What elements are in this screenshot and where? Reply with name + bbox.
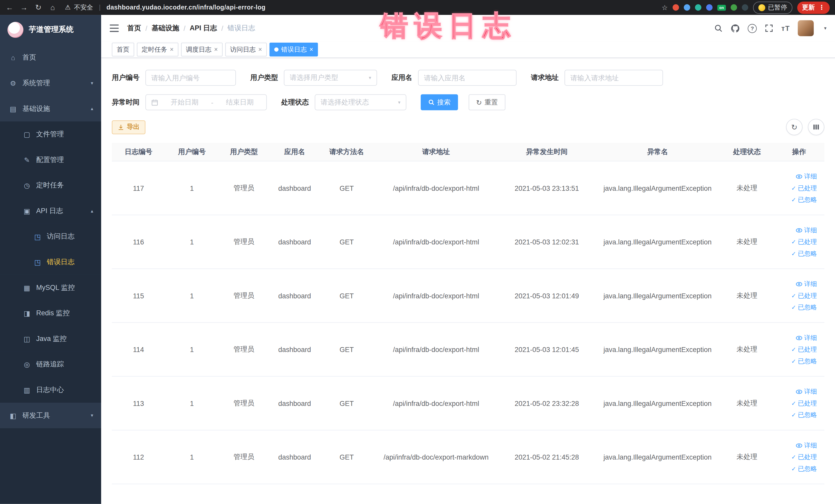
processed-link[interactable]: ✓已处理 [791, 182, 817, 194]
table-toolbar: 导出 ↻ [112, 119, 824, 135]
ignore-link[interactable]: ✓已忽略 [791, 463, 817, 475]
tab-首页[interactable]: 首页 [112, 43, 134, 57]
address-bar-url[interactable]: dashboard.yudao.iocoder.cn/infra/log/api… [106, 4, 266, 11]
sidebar-item-access-log[interactable]: ◳访问日志 [0, 224, 101, 249]
sidebar-item-log-center[interactable]: ▥日志中心 [0, 377, 101, 403]
extension-dark[interactable] [742, 4, 748, 11]
sidebar-item-mysql-monitor[interactable]: ▦MySQL 监控 [0, 275, 101, 301]
logo-row[interactable]: 芋道管理系统 [0, 15, 101, 45]
extension-on-badge[interactable]: on [717, 5, 726, 11]
extension-grid[interactable] [706, 4, 713, 11]
app-name-input[interactable] [418, 70, 517, 86]
processed-link[interactable]: ✓已处理 [791, 451, 817, 463]
sidebar-item-infrastructure[interactable]: ▤基础设施▴ [0, 96, 101, 121]
tab-访问日志[interactable]: 访问日志× [225, 43, 267, 57]
sidebar-item-api-log[interactable]: ▣API 日志▴ [0, 198, 101, 224]
update-button[interactable]: 更新 ⋮ [797, 1, 830, 14]
processed-link[interactable]: ✓已处理 [791, 236, 817, 248]
date-range-picker[interactable]: 开始日期 - 结束日期 [145, 94, 267, 110]
ignore-link[interactable]: ✓已忽略 [791, 355, 817, 367]
sidebar-item-dev-tools[interactable]: ◧研发工具▾ [0, 403, 101, 428]
detail-link[interactable]: 详细 [796, 278, 817, 290]
user-id-input[interactable] [145, 70, 236, 86]
extension-teal[interactable] [695, 4, 701, 11]
tab-调度日志[interactable]: 调度日志× [181, 43, 223, 57]
detail-link[interactable]: 详细 [796, 386, 817, 398]
cell-method: GET [320, 269, 373, 323]
ignore-link[interactable]: ✓已忽略 [791, 301, 817, 313]
sidebar-item-scheduled-tasks[interactable]: ◷定时任务 [0, 173, 101, 198]
sidebar-item-redis-monitor[interactable]: ◨Redis 监控 [0, 300, 101, 326]
action-label: 已忽略 [798, 301, 817, 313]
browser-home-icon[interactable]: ⌂ [48, 3, 57, 12]
mysql-icon: ▦ [22, 284, 31, 292]
user-type-select[interactable]: 请选择用户类型 ▾ [284, 70, 377, 86]
extension-green[interactable] [731, 4, 737, 11]
reset-button[interactable]: ↻ 重置 [469, 94, 505, 110]
security-indicator[interactable]: ⚠ 不安全 [65, 3, 93, 12]
column-settings-icon[interactable] [808, 119, 824, 135]
extension-blue[interactable] [684, 4, 690, 11]
back-icon[interactable]: ← [5, 3, 14, 12]
sidebar-item-error-log[interactable]: ◳错误日志 [0, 249, 101, 275]
export-button[interactable]: 导出 [112, 120, 145, 134]
refresh-table-icon[interactable]: ↻ [786, 119, 802, 135]
cell-status: 未处理 [720, 269, 774, 323]
search-button[interactable]: 搜索 [421, 94, 458, 110]
tab-close-icon[interactable]: × [170, 46, 174, 53]
forward-icon[interactable]: → [20, 3, 28, 12]
ignore-link[interactable]: ✓已忽略 [791, 194, 817, 206]
sidebar-item-system-management[interactable]: ⚙系统管理▾ [0, 70, 101, 96]
cell-user_id: 1 [165, 322, 219, 377]
ignore-link[interactable]: ✓已忽略 [791, 248, 817, 260]
fullscreen-icon[interactable] [765, 24, 773, 32]
collapse-sidebar-icon[interactable] [109, 24, 119, 32]
breadcrumb-item[interactable]: API 日志 [190, 23, 217, 33]
detail-link[interactable]: 详细 [796, 224, 817, 236]
detail-link[interactable]: 详细 [796, 440, 817, 451]
github-icon[interactable] [731, 24, 740, 33]
sidebar-item-java-monitor[interactable]: ◫Java 监控 [0, 326, 101, 352]
dev-tools-icon: ◧ [8, 411, 18, 420]
table-row: 1121管理员dashboardGET/api/infra/db-doc/exp… [112, 430, 824, 484]
tab-close-icon[interactable]: × [258, 46, 262, 53]
tab-close-icon[interactable]: × [309, 46, 313, 53]
breadcrumb-item[interactable]: 首页 [127, 23, 141, 33]
processed-link[interactable]: ✓已处理 [791, 344, 817, 355]
reload-icon[interactable]: ↻ [34, 3, 43, 12]
action-label: 详细 [804, 332, 817, 344]
cell-actions: 详细✓已处理✓已忽略 [774, 430, 824, 484]
browser-menu-icon[interactable]: ⋮ [819, 4, 825, 11]
cell-status: 未处理 [720, 161, 774, 215]
detail-link[interactable]: 详细 [796, 332, 817, 344]
cell-status: 未处理 [720, 322, 774, 377]
extension-red[interactable] [673, 4, 679, 11]
chevron-down-icon[interactable]: ▾ [824, 26, 827, 31]
detail-link[interactable]: 详细 [796, 170, 817, 182]
font-size-icon[interactable]: тT [781, 24, 790, 32]
sidebar-item-home[interactable]: ⌂首页 [0, 45, 101, 70]
tab-close-icon[interactable]: × [214, 46, 218, 53]
processed-link[interactable]: ✓已处理 [791, 398, 817, 409]
sidebar-item-link-tracing[interactable]: ◎链路追踪 [0, 351, 101, 377]
cell-url: /api/infra/db-doc/export-markdown [373, 430, 499, 484]
column-header: 异常发生时间 [499, 143, 595, 161]
help-icon[interactable]: ? [748, 24, 757, 33]
request-url-input[interactable] [565, 70, 663, 86]
processed-link[interactable]: ✓已处理 [791, 290, 817, 302]
search-button-label: 搜索 [437, 98, 450, 107]
tab-定时任务[interactable]: 定时任务× [137, 43, 178, 57]
bookmark-star-icon[interactable]: ☆ [661, 3, 668, 11]
process-status-select[interactable]: 请选择处理状态 ▾ [315, 94, 406, 110]
paused-button[interactable]: 已暂停 [753, 1, 793, 14]
sidebar-item-config-management[interactable]: ✎配置管理 [0, 147, 101, 173]
table-row: 1151管理员dashboardGET/api/infra/db-doc/exp… [112, 269, 824, 323]
tab-错误日志[interactable]: 错误日志× [269, 43, 318, 57]
action-label: 详细 [804, 170, 817, 182]
cell-user_type: 管理员 [219, 161, 269, 215]
user-avatar[interactable] [798, 20, 814, 36]
sidebar-item-file-management[interactable]: ▢文件管理 [0, 121, 101, 147]
breadcrumb-item[interactable]: 基础设施 [152, 23, 179, 33]
ignore-link[interactable]: ✓已忽略 [791, 409, 817, 421]
search-icon[interactable] [714, 24, 722, 32]
